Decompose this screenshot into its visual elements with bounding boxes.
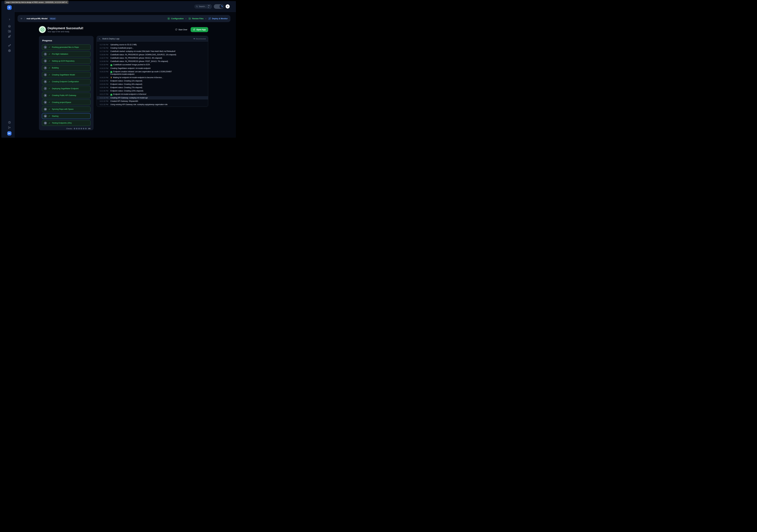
- success-check-icon: ✓: [110, 64, 112, 66]
- log-message: Creating CodeBuild project...: [110, 47, 206, 49]
- success-check-icon: ✓: [110, 94, 112, 96]
- sidebar-item-help[interactable]: [7, 120, 12, 125]
- step-label: Testing Endpoints (30s): [52, 122, 72, 124]
- open-app-button[interactable]: Open App: [191, 27, 208, 32]
- folder-git-icon: [8, 30, 11, 33]
- log-timestamp: 6:19:08 PM: [100, 60, 110, 63]
- log-timestamp: 6:18:06 PM: [100, 53, 110, 56]
- folder-git-icon: [188, 17, 191, 20]
- step-label: Deploying SageMaker Endpoint: [52, 87, 78, 90]
- check-dot-icon: [83, 128, 84, 129]
- log-message: CodeBuild status: IN_PROGRESS (phase: BU…: [110, 57, 206, 59]
- checks-label: Checks:: [66, 128, 73, 130]
- logs-body[interactable]: 6:17:56 PMUploading source to S3 (0.2 MB…: [97, 42, 208, 107]
- log-message: Creating API Gateway: ezdeploy-ml-model-…: [110, 97, 206, 99]
- user-avatar[interactable]: AK: [7, 131, 12, 136]
- logs-title: Build & Deploy Logs: [103, 38, 120, 40]
- back-button[interactable]: [20, 17, 23, 20]
- chevron-right-icon: ›: [205, 17, 206, 20]
- check-icon: ✓: [48, 74, 50, 76]
- app-window: AK Search... ⌘ K A: [1, 1, 236, 138]
- log-row: 6:17:56 PMUploading source to S3 (0.2 MB…: [97, 43, 208, 47]
- sidebar-collapse-toggle[interactable]: [7, 17, 12, 22]
- status-dot-icon: [194, 38, 195, 39]
- check-dot-icon: [85, 128, 87, 129]
- log-message: Endpoint status: Creating (10s elapsed): [110, 80, 206, 82]
- step-label: Creating project/Space: [52, 101, 71, 104]
- progress-step[interactable]: 1✓Pushing generated files to Repo: [42, 45, 91, 50]
- check-icon: ✓: [48, 53, 50, 55]
- sidebar-item-settings[interactable]: [7, 48, 12, 53]
- breadcrumb-separator: /: [24, 17, 25, 20]
- app-logo[interactable]: [7, 5, 12, 10]
- logs-panel: >_ Build & Deploy Logs Disconnected 6:17…: [97, 36, 208, 107]
- sidebar: AK: [1, 1, 15, 138]
- search-placeholder: Search...: [199, 6, 206, 8]
- page-title: Deployment Successful!: [47, 26, 83, 30]
- progress-step[interactable]: 2✓Pre-flight Validation: [42, 51, 91, 57]
- progress-step[interactable]: 6✓Creating Endpoint Configuration: [42, 79, 91, 84]
- theme-toggle[interactable]: [214, 4, 224, 9]
- export-watermark: page-1.html.html by html.to.design ♥ FRE…: [5, 1, 69, 4]
- log-timestamp: 6:20:05 PM: [100, 83, 110, 85]
- sidebar-item-home[interactable]: [7, 23, 12, 29]
- log-timestamp: 6:20:35 PM: [100, 86, 110, 89]
- log-timestamp: 6:21:32 PM: [100, 107, 110, 107]
- start-over-button[interactable]: Start Over: [175, 28, 187, 31]
- sidebar-item-deployments[interactable]: [7, 34, 12, 39]
- rocket-icon: [8, 35, 11, 38]
- check-icon: ✓: [48, 108, 50, 110]
- log-row: 6:21:32 PMUsing existing API Gateway rol…: [97, 103, 208, 106]
- step-number: 5: [44, 73, 47, 76]
- log-timestamp: 6:19:18 PM: [100, 63, 110, 66]
- progress-step[interactable]: 7✓Deploying SageMaker Endpoint: [42, 86, 91, 91]
- log-timestamp: 6:19:23 PM: [100, 71, 110, 76]
- search-icon: [196, 6, 198, 7]
- log-row: 6:19:18 PM✓CodeBuild succeeded! Image pu…: [97, 63, 208, 67]
- log-row: 6:17:56 PMCreating CodeBuild project...: [97, 47, 208, 50]
- theme-toggle-knob: [220, 5, 224, 9]
- log-timestamp: 6:21:27 PM: [100, 93, 110, 96]
- log-row: 6:17:56 PMCodeBuild started: ezdeploy-ml…: [97, 50, 208, 53]
- account-avatar[interactable]: A: [226, 4, 230, 9]
- log-row: 6:21:32 PMCreating API Gateway: ezdeploy…: [97, 96, 208, 100]
- log-timestamp: 6:21:06 PM: [100, 90, 110, 92]
- tab-review-files[interactable]: Review Files: [188, 17, 203, 20]
- progress-step[interactable]: 4✓Building: [42, 65, 91, 71]
- sidebar-item-repositories[interactable]: [7, 29, 12, 34]
- log-row: 6:19:23 PMWaiting for endpoint ml-model-…: [97, 76, 208, 79]
- sidebar-item-keys[interactable]: [7, 43, 12, 48]
- sidebar-item-logout[interactable]: [7, 125, 12, 130]
- refresh-icon: [175, 28, 177, 31]
- log-message: ✓Endpoint creation initiated: arn:aws:sa…: [110, 71, 206, 76]
- checks-count: 0/6: [88, 128, 91, 130]
- progress-step[interactable]: 9✓Creating project/Space: [42, 100, 91, 105]
- progress-step[interactable]: 8✓Creating Public API Gateway: [42, 93, 91, 98]
- log-message: CodeBuild started: ezdeploy-ml-model:208…: [110, 50, 206, 52]
- step-number: 9: [44, 101, 47, 104]
- log-timestamp: 6:17:56 PM: [100, 50, 110, 52]
- progress-step[interactable]: 10✓Syncing Repo with Space: [42, 107, 91, 112]
- log-message: Creating SageMaker endpoint: ml-model-en…: [110, 67, 206, 70]
- search-input[interactable]: Search... ⌘ K: [194, 4, 212, 9]
- step-label: Creating SageMaker Model: [52, 74, 75, 76]
- progress-panel: Progress 1✓Pushing generated files to Re…: [39, 36, 94, 130]
- step-number: 1: [44, 46, 47, 49]
- wizard-badge: Wizard: [49, 17, 56, 20]
- tab-configuration[interactable]: Configuration: [167, 17, 184, 20]
- check-icon: ✓: [48, 101, 50, 104]
- progress-step[interactable]: 11✓Starting: [42, 113, 91, 119]
- content-area: / real-akhyar/ML-Model Wizard Configurat…: [15, 12, 236, 138]
- check-icon: ✓: [48, 60, 50, 62]
- progress-step[interactable]: 3✓Setting up ECR Repository: [42, 58, 91, 64]
- page-subtitle: Your app is live and ready.: [47, 31, 83, 33]
- check-dot-icon: [76, 128, 77, 129]
- layout-icon: [167, 17, 170, 20]
- progress-step[interactable]: 12✓Testing Endpoints (30s): [42, 120, 91, 126]
- tab-deploy-monitor[interactable]: Deploy & Monitor: [208, 17, 228, 20]
- progress-step[interactable]: 5✓Creating SageMaker Model: [42, 72, 91, 78]
- connection-status: Disconnected: [196, 38, 206, 40]
- key-icon: [8, 44, 11, 47]
- step-label: Creating Public API Gateway: [52, 94, 76, 96]
- step-number: 7: [44, 87, 47, 90]
